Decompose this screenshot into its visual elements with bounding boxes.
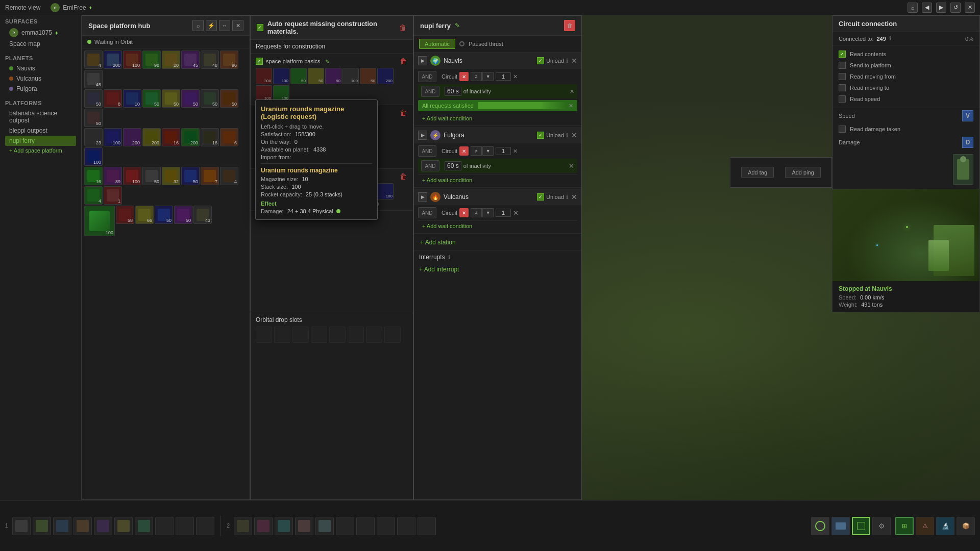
req3-delete[interactable]: 🗑 <box>399 172 408 181</box>
inv-slot[interactable]: 58 <box>116 206 134 224</box>
logistics-btn[interactable]: ⊞ <box>895 517 914 535</box>
nauvis-add-wait-btn[interactable]: + Add wait condition <box>418 113 577 123</box>
vulcanus-and-btn[interactable]: AND <box>418 207 436 218</box>
add-interrupt-btn[interactable]: + Add interrupt <box>419 264 576 275</box>
vulcanus-op-btn[interactable]: ≠ <box>471 208 482 217</box>
fulgora-and-btn2[interactable]: AND <box>421 160 439 171</box>
fulgora-close-btn[interactable]: ✕ <box>571 131 577 139</box>
inv-slot[interactable]: 50 <box>220 89 238 108</box>
inv-slot[interactable]: 8 <box>104 89 122 108</box>
vulcanus-circuit-val[interactable] <box>496 209 511 217</box>
hub-map-btn[interactable]: ↔ <box>219 20 230 31</box>
read-contents-checkbox[interactable]: ✓ <box>839 51 846 58</box>
toolbar2-slot-2[interactable] <box>254 517 273 535</box>
hub-search-btn[interactable]: ⌕ <box>192 20 204 31</box>
inv-slot[interactable]: 10 <box>123 89 141 108</box>
platform-bleppi[interactable]: bleppi outpost <box>5 126 76 136</box>
inv-slot[interactable]: 23 <box>84 128 103 146</box>
automatic-btn[interactable]: Automatic <box>419 39 455 49</box>
req-slot[interactable]: 50 <box>290 68 307 84</box>
req1-edit[interactable]: ✎ <box>325 59 329 64</box>
inv-slot[interactable]: 200 <box>104 51 122 69</box>
orbital-slot[interactable] <box>384 327 401 343</box>
nauvis-satisfied-close[interactable]: ✕ <box>569 103 573 109</box>
research-btn[interactable]: 🔬 <box>936 517 954 535</box>
alerts-btn[interactable]: ⚠ <box>916 517 934 535</box>
refresh-btn[interactable]: ↺ <box>950 3 961 13</box>
nauvis-unload-checkbox[interactable]: ✓ <box>537 57 544 64</box>
req-slot[interactable]: 100 <box>377 183 394 199</box>
orbital-slot[interactable] <box>292 327 309 343</box>
toolbar2-slot-9[interactable] <box>397 517 415 535</box>
platform-bafanaba[interactable]: bafanaba science outpost <box>5 108 76 126</box>
inv-slot[interactable]: 6 <box>220 128 238 146</box>
settings-btn[interactable]: ⚙ <box>872 517 891 535</box>
add-tag-btn[interactable]: Add tag <box>741 167 774 178</box>
space-map-item[interactable]: Space map <box>5 39 76 49</box>
ferry-edit-icon[interactable]: ✎ <box>455 22 460 29</box>
nauvis-close-btn[interactable]: ✕ <box>571 57 577 65</box>
toolbar-slot-4[interactable] <box>74 517 92 535</box>
req-slot[interactable]: 100 <box>342 68 359 84</box>
user-nav-item[interactable]: e emma1075 ♦ <box>5 27 76 39</box>
fulgora-and-btn[interactable]: AND <box>418 145 436 157</box>
fulgora-circuit-val[interactable] <box>496 147 511 155</box>
vulcanus-play-btn[interactable]: ▶ <box>418 192 427 202</box>
vulcanus-add-wait-btn[interactable]: + Add wait condition <box>418 220 577 231</box>
inv-slot[interactable]: 43 <box>193 206 212 224</box>
inv-slot[interactable]: 1 <box>104 186 122 205</box>
inv-slot[interactable]: 45 <box>84 70 103 88</box>
toolbar-slot-2[interactable] <box>33 517 51 535</box>
send-platform-checkbox[interactable] <box>839 62 846 69</box>
toolbar2-slot-7[interactable] <box>356 517 375 535</box>
toolbar-slot-1[interactable] <box>12 517 31 535</box>
vulcanus-close-btn[interactable]: ✕ <box>571 193 577 201</box>
planet-nauvis[interactable]: Nauvis <box>5 63 76 73</box>
inv-slot[interactable]: 4 <box>84 51 103 69</box>
fulgora-inactivity-close[interactable]: ✕ <box>569 162 574 170</box>
toolbar2-slot-3[interactable] <box>275 517 293 535</box>
planet-vulcanus[interactable]: Vulcanus <box>5 73 76 84</box>
inv-slot[interactable]: 48 <box>201 51 219 69</box>
damage-key[interactable]: D <box>962 137 973 148</box>
production-btn[interactable] <box>831 517 850 535</box>
inv-slot[interactable]: 32 <box>162 167 180 185</box>
forward-btn[interactable]: ▶ <box>936 3 946 13</box>
toolbar-slot-6[interactable] <box>114 517 133 535</box>
inv-slot[interactable]: 50 <box>201 89 219 108</box>
fulgora-op-btn[interactable]: ≠ <box>471 146 482 156</box>
nauvis-circuit-x[interactable]: ✕ <box>459 72 469 81</box>
inv-slot[interactable]: 50 <box>84 109 103 127</box>
toolbar-slot-8[interactable] <box>155 517 174 535</box>
inv-slot[interactable]: 45 <box>181 51 200 69</box>
req1-checkbox[interactable]: ✓ <box>256 58 263 65</box>
toolbar-slot-3[interactable] <box>53 517 71 535</box>
orbital-slot[interactable] <box>348 327 364 343</box>
inv-slot[interactable]: 89 <box>104 167 122 185</box>
toolbar2-slot-10[interactable] <box>418 517 436 535</box>
map-btn[interactable] <box>811 517 829 535</box>
add-station-btn[interactable]: + Add station <box>414 235 581 251</box>
req1-delete[interactable]: 🗑 <box>399 57 408 66</box>
vulcanus-unload-checkbox[interactable]: ✓ <box>537 193 544 201</box>
inv-slot[interactable]: 50 <box>162 89 180 108</box>
req-slot[interactable]: 50 <box>325 68 341 84</box>
inv-slot[interactable]: 100 <box>123 167 141 185</box>
inv-slot[interactable]: 50 <box>84 89 103 108</box>
orbital-slot[interactable] <box>329 327 346 343</box>
nauvis-circuit-close[interactable]: ✕ <box>513 73 518 80</box>
vulcanus-circuit-x[interactable]: ✕ <box>459 208 469 217</box>
inv-slot[interactable]: 50 <box>142 89 161 108</box>
inv-slot[interactable]: 4 <box>84 186 103 205</box>
orbital-slot[interactable] <box>366 327 382 343</box>
inv-slot[interactable]: 20 <box>162 51 180 69</box>
toolbar-slot-9[interactable] <box>176 517 194 535</box>
add-platform-btn[interactable]: + Add space platform <box>5 146 76 155</box>
toolbar-slot-7[interactable] <box>135 517 153 535</box>
inv-slot[interactable]: 50 <box>181 89 200 108</box>
planet-fulgora[interactable]: Fulgora <box>5 84 76 94</box>
inv-slot-large[interactable]: 100 <box>84 206 115 236</box>
req-slot[interactable]: 50 <box>308 68 324 84</box>
inv-slot[interactable]: 50 <box>174 206 192 224</box>
toolbar2-slot-5[interactable] <box>315 517 334 535</box>
